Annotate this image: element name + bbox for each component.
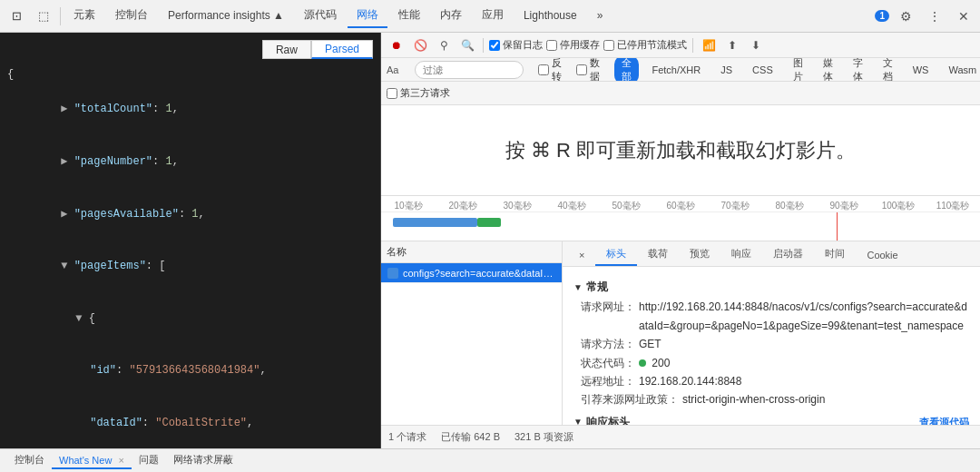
third-party-label[interactable]: 第三方请求: [387, 86, 450, 100]
bottom-tab-whats-new[interactable]: What's New ×: [52, 453, 132, 469]
general-triangle[interactable]: ▼: [573, 280, 583, 295]
disable-cache-checkbox[interactable]: [546, 40, 557, 51]
throttle-label[interactable]: 已停用节流模式: [603, 38, 687, 52]
raw-button[interactable]: Raw: [262, 40, 311, 59]
whats-new-close[interactable]: ×: [118, 455, 123, 466]
sep-1: [483, 38, 484, 53]
request-item-1[interactable]: configs?search=accurate&dataId=...: [381, 263, 562, 283]
filter-img[interactable]: 图片: [786, 58, 810, 82]
filter-media[interactable]: 媒体: [816, 58, 840, 82]
filter-wasm[interactable]: Wasm: [941, 64, 980, 76]
bottom-tab-bar: 控制台 What's New × 问题 网络请求屏蔽: [0, 448, 980, 472]
page-preview: 按 ⌘ R 即可重新加载和截取幻灯影片。: [381, 105, 980, 196]
tab-performance-insights[interactable]: Performance insights ▲: [159, 5, 293, 27]
tab-elements[interactable]: 元素: [64, 4, 104, 28]
reload-message: 按 ⌘ R 即可重新加载和截取幻灯影片。: [505, 137, 856, 164]
tab-initiator[interactable]: 启动器: [762, 243, 814, 266]
timeline-cursor: [837, 212, 838, 241]
request-table-area: 名称 configs?search=accurate&dataId=... × …: [381, 241, 980, 425]
status-code-label: 状态代码：: [581, 354, 635, 372]
tab-cookies[interactable]: Cookie: [856, 246, 908, 266]
remote-address-value: 192.168.20.144:8848: [639, 372, 741, 390]
tab-memory[interactable]: 内存: [431, 4, 471, 28]
third-party-checkbox[interactable]: [387, 88, 397, 99]
col-name: 名称: [387, 245, 407, 259]
transferred-size: 已传输 642 B: [441, 430, 500, 444]
timeline-bar-area: [381, 212, 980, 241]
inspect-icon[interactable]: ⊡: [4, 4, 29, 29]
tl-90ms: 90毫秒: [817, 200, 871, 211]
tab-sources[interactable]: 源代码: [295, 4, 346, 28]
tl-50ms: 50毫秒: [599, 200, 653, 211]
response-headers-title: ▼ 响应标头 查看源代码: [573, 413, 969, 425]
request-item-icon: [387, 267, 399, 280]
request-url-label: 请求网址：: [581, 298, 635, 335]
aa-text: Aa: [387, 64, 398, 75]
bottom-tab-console[interactable]: 控制台: [7, 451, 52, 470]
settings-icon[interactable]: ⚙: [893, 4, 918, 29]
filter-css[interactable]: CSS: [745, 64, 780, 76]
raw-parsed-bar: Raw Parsed: [7, 40, 373, 59]
filter-doc[interactable]: 文档: [876, 58, 900, 82]
preserve-log-checkbox[interactable]: [489, 40, 500, 51]
preserve-log-label[interactable]: 保留日志: [489, 38, 543, 52]
response-headers-triangle[interactable]: ▼: [573, 414, 583, 425]
sep-2: [692, 38, 693, 53]
tab-lighthouse[interactable]: Lighthouse: [514, 5, 586, 27]
tab-headers[interactable]: 标头: [595, 243, 637, 266]
filter-all[interactable]: 全部: [614, 58, 639, 82]
tab-more[interactable]: »: [588, 5, 612, 27]
filter-toggle-button[interactable]: ⚲: [434, 35, 454, 55]
toolbar-right: 1 ⚙ ⋮ ✕: [875, 4, 976, 29]
disable-cache-label[interactable]: 停用缓存: [546, 38, 600, 52]
filter-row: Aa 反转 隐藏数据网址 全部 Fetch/XHR JS CSS 图片 媒体 字…: [381, 58, 980, 82]
tl-30ms: 30毫秒: [490, 200, 544, 211]
upload-icon[interactable]: ⬆: [722, 35, 742, 55]
tab-timing[interactable]: 时间: [814, 243, 856, 266]
vertical-dots-icon[interactable]: ⋮: [922, 4, 947, 29]
hide-data-urls-label[interactable]: 隐藏数据网址: [576, 58, 600, 82]
filter-font[interactable]: 字体: [846, 58, 870, 82]
tab-application[interactable]: 应用: [473, 4, 513, 28]
referrer-policy-value: strict-origin-when-cross-origin: [682, 390, 825, 408]
device-icon[interactable]: ⬚: [31, 4, 56, 29]
record-button[interactable]: ⏺: [387, 35, 407, 55]
wifi-icon[interactable]: 📶: [699, 35, 719, 55]
invert-checkbox[interactable]: [538, 64, 549, 75]
tl-70ms: 70毫秒: [708, 200, 762, 211]
request-method-value: GET: [639, 335, 662, 353]
tl-60ms: 60毫秒: [653, 200, 708, 211]
json-line-6: "id": "579136643568041984",: [7, 345, 373, 398]
tab-name-col[interactable]: ×: [568, 246, 595, 266]
tab-response[interactable]: 响应: [720, 243, 762, 266]
bottom-tab-network-block[interactable]: 网络请求屏蔽: [166, 451, 240, 470]
tab-network[interactable]: 网络: [348, 4, 387, 28]
filter-ws[interactable]: WS: [906, 64, 936, 76]
network-toolbar: ⏺ 🚫 ⚲ 🔍 保留日志 停用缓存 已停用节流模式 📶 ⬆ ⬇: [381, 33, 980, 58]
tab-preview[interactable]: 预览: [679, 243, 720, 266]
throttle-checkbox[interactable]: [603, 40, 614, 51]
tl-10ms: 10毫秒: [381, 200, 436, 211]
hide-data-urls-checkbox[interactable]: [576, 64, 587, 75]
invert-label[interactable]: 反转: [538, 58, 562, 82]
tl-20ms: 20毫秒: [436, 200, 490, 211]
view-source-link[interactable]: 查看源代码: [919, 414, 969, 425]
remote-address-label: 远程地址：: [581, 372, 635, 390]
timeline-bar-waiting: [393, 218, 476, 227]
filter-js[interactable]: JS: [713, 64, 740, 76]
close-devtools-icon[interactable]: ✕: [951, 4, 976, 29]
tab-payload[interactable]: 载荷: [637, 243, 679, 266]
clear-button[interactable]: 🚫: [410, 35, 430, 55]
download-icon[interactable]: ⬇: [746, 35, 766, 55]
bottom-tab-issues[interactable]: 问题: [132, 451, 166, 470]
parsed-button[interactable]: Parsed: [311, 40, 373, 59]
tab-console[interactable]: 控制台: [106, 4, 157, 28]
devtools-badge: 1: [875, 10, 889, 22]
request-detail: × 标头 载荷 预览 响应 启动器 时间 Cookie ▼ 常规: [563, 241, 980, 425]
tab-performance[interactable]: 性能: [389, 4, 429, 28]
filter-input[interactable]: [415, 61, 524, 79]
tl-80ms: 80毫秒: [762, 200, 817, 211]
request-url-row: 请求网址： http://192.168.20.144:8848/nacos/v…: [581, 298, 969, 335]
filter-fetch-xhr[interactable]: Fetch/XHR: [644, 64, 708, 76]
search-button[interactable]: 🔍: [457, 35, 477, 55]
